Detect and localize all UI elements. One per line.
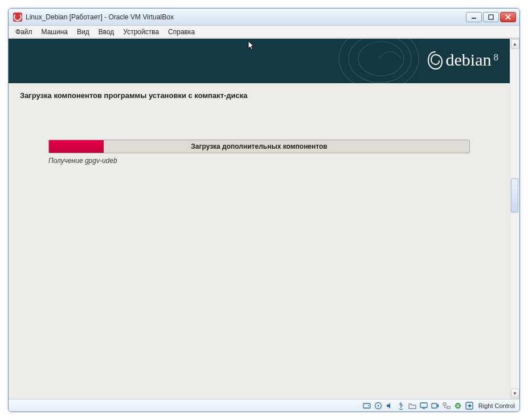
- guest-additions-icon[interactable]: [453, 401, 462, 410]
- svg-rect-11: [420, 403, 427, 407]
- svg-point-8: [368, 405, 369, 406]
- menu-help[interactable]: Справка: [163, 27, 199, 37]
- debian-swirl-icon: [328, 39, 430, 83]
- progress-fill: [49, 140, 104, 153]
- virtualbox-window: Linux_Debian [Работает] - Oracle VM Virt…: [8, 8, 520, 412]
- recording-icon[interactable]: [431, 401, 440, 410]
- mouse-integration-icon[interactable]: [465, 401, 474, 410]
- svg-rect-7: [363, 403, 370, 408]
- menubar: Файл Машина Вид Ввод Устройства Справка: [9, 26, 519, 38]
- network-icon[interactable]: [442, 401, 451, 410]
- scroll-down-button[interactable]: ▼: [511, 389, 519, 398]
- debian-logo-icon: [427, 50, 444, 71]
- host-key-indicator[interactable]: Right Control: [478, 402, 515, 409]
- optical-icon[interactable]: [374, 401, 383, 410]
- progress-status: Получение gpgv-udeb: [48, 157, 470, 165]
- audio-icon[interactable]: [385, 401, 394, 410]
- vertical-scrollbar[interactable]: ▲ ▼: [510, 39, 519, 399]
- debian-brand: debian 8: [427, 50, 498, 71]
- menu-view[interactable]: Вид: [72, 27, 94, 37]
- svg-rect-13: [432, 403, 437, 408]
- window-controls: [466, 12, 516, 22]
- scroll-track[interactable]: [510, 50, 519, 388]
- progress-label: Загрузка дополнительных компонентов: [191, 142, 327, 150]
- hdd-icon[interactable]: [362, 401, 371, 410]
- scroll-up-button[interactable]: ▲: [511, 39, 519, 49]
- titlebar[interactable]: Linux_Debian [Работает] - Oracle VM Virt…: [9, 9, 519, 26]
- menu-input[interactable]: Ввод: [94, 27, 119, 37]
- shared-folders-icon[interactable]: [408, 401, 417, 410]
- brand-name: debian: [446, 50, 492, 70]
- window-title: Linux_Debian [Работает] - Oracle VM Virt…: [26, 13, 174, 21]
- svg-rect-14: [443, 403, 446, 405]
- svg-point-10: [377, 405, 379, 406]
- minimize-button[interactable]: [466, 12, 482, 22]
- menu-machine[interactable]: Машина: [37, 27, 72, 37]
- menu-file[interactable]: Файл: [11, 27, 37, 37]
- display-icon[interactable]: [419, 401, 428, 410]
- brand-version: 8: [494, 52, 499, 63]
- scroll-thumb[interactable]: [511, 178, 518, 213]
- progress-bar: Загрузка дополнительных компонентов: [48, 140, 470, 153]
- statusbar: Right Control: [9, 399, 519, 411]
- svg-rect-15: [447, 406, 450, 409]
- client-area: debian 8 Загрузка компонентов программы …: [9, 38, 519, 399]
- guest-screen[interactable]: debian 8 Загрузка компонентов программы …: [9, 39, 510, 399]
- page-heading: Загрузка компонентов программы установки…: [20, 91, 498, 100]
- progress-section: Загрузка дополнительных компонентов Полу…: [48, 140, 470, 165]
- svg-point-6: [358, 42, 404, 76]
- maximize-button[interactable]: [483, 12, 499, 22]
- debian-banner: debian 8: [9, 39, 510, 83]
- svg-point-4: [339, 39, 419, 83]
- svg-rect-1: [489, 15, 493, 19]
- usb-icon[interactable]: [396, 401, 406, 410]
- menu-devices[interactable]: Устройства: [118, 27, 163, 37]
- installer-body: Загрузка компонентов программы установки…: [9, 83, 510, 399]
- app-icon: [13, 13, 22, 22]
- close-button[interactable]: [500, 12, 516, 22]
